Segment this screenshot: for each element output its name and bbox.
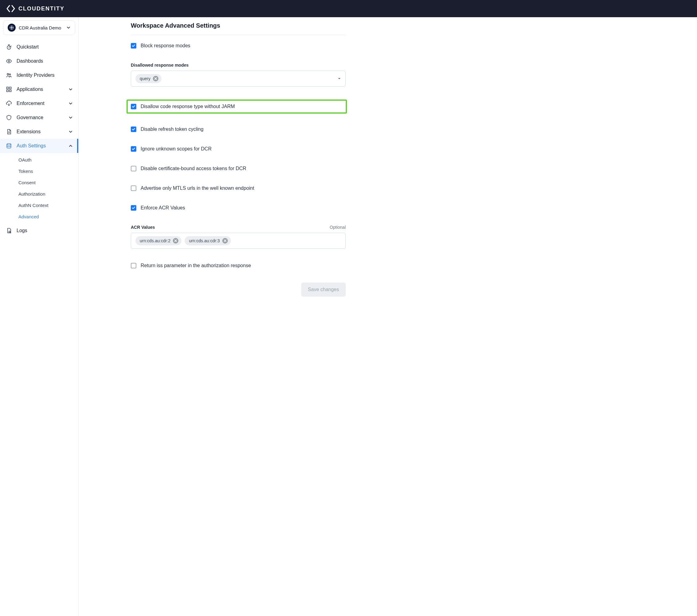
setting-ignore-unknown-scopes-dcr: Ignore unknown scopes for DCR (131, 146, 346, 152)
sidebar-subnav-auth: OAuth Tokens Consent Authorization AuthN… (0, 153, 78, 223)
chip: urn:cds.au:cdr:3 (184, 236, 231, 245)
sidebar-item-label: Enforcement (17, 101, 64, 106)
chip: query (135, 74, 162, 83)
chevron-down-icon (69, 87, 73, 91)
setting-label: Enforce ACR Values (140, 205, 185, 211)
setting-label: Block response modes (140, 43, 190, 48)
sidebar-item-label: Identity Providers (17, 72, 73, 78)
save-button[interactable]: Save changes (301, 282, 346, 297)
sidebar: CDR Australia Demo Quickstart Dashboards… (0, 17, 79, 616)
sidebar-item-quickstart[interactable]: Quickstart (0, 40, 78, 54)
chevron-up-icon (69, 144, 73, 148)
svg-rect-8 (7, 90, 9, 92)
main-content: Workspace Advanced Settings Block respon… (79, 17, 697, 616)
workspace-name: CDR Australia Demo (19, 25, 63, 30)
cloud-download-icon (5, 100, 12, 107)
svg-rect-9 (10, 90, 11, 92)
optional-label: Optional (330, 225, 346, 230)
dropdown-caret-icon[interactable] (338, 77, 341, 80)
document-icon (5, 128, 12, 135)
setting-label: Disable refresh token cycling (140, 127, 204, 132)
sidebar-subitem-authn-context[interactable]: AuthN Context (0, 200, 78, 211)
setting-disallow-code-without-jarm: Disallow code response type without JARM (127, 100, 347, 114)
setting-enforce-acr: Enforce ACR Values (131, 205, 346, 211)
sidebar-item-extensions[interactable]: Extensions (0, 125, 78, 139)
sidebar-nav: Quickstart Dashboards Identity Providers… (0, 38, 78, 239)
checkbox-return-iss[interactable] (131, 263, 136, 268)
setting-label: Ignore unknown scopes for DCR (140, 146, 211, 152)
setting-block-response-modes: Block response modes (131, 43, 346, 48)
chip-remove-icon[interactable] (153, 76, 159, 82)
checkbox-advertise-mtls-only[interactable] (131, 186, 136, 191)
checkbox-disable-refresh-cycling[interactable] (131, 127, 136, 132)
sidebar-item-applications[interactable]: Applications (0, 82, 78, 97)
chevron-down-icon (69, 116, 73, 120)
sidebar-item-label: Extensions (17, 129, 64, 134)
brand-name: CLOUDENTITY (18, 5, 64, 12)
sidebar-item-logs[interactable]: Logs (0, 223, 78, 238)
sidebar-subitem-advanced[interactable]: Advanced (0, 211, 78, 222)
sidebar-item-label: Auth Settings (17, 143, 64, 149)
search-doc-icon (5, 227, 12, 234)
eye-icon (5, 58, 12, 64)
chevron-down-icon (69, 101, 73, 106)
setting-label: Disable certificate-bound access tokens … (140, 166, 246, 171)
sidebar-item-label: Quickstart (17, 44, 73, 50)
grid-icon (5, 86, 12, 93)
sidebar-item-auth-settings[interactable]: Auth Settings (0, 139, 78, 153)
svg-point-11 (9, 231, 11, 233)
chip: urn:cds.au:cdr:2 (135, 236, 181, 245)
sidebar-subitem-authorization[interactable]: Authorization (0, 188, 78, 200)
chip-label: urn:cds.au:cdr:3 (189, 238, 220, 243)
field-row-disallowed-modes: Disallowed response modes (131, 63, 346, 68)
top-bar: CLOUDENTITY (0, 0, 697, 17)
sidebar-item-enforcement[interactable]: Enforcement (0, 97, 78, 111)
svg-point-4 (7, 73, 9, 75)
checkbox-enforce-acr[interactable] (131, 205, 136, 211)
chip-remove-icon[interactable] (222, 238, 228, 244)
field-label: ACR Values (131, 225, 155, 230)
field-row-acr-values: ACR Values Optional (131, 225, 346, 230)
setting-advertise-mtls-only: Advertise only MTLS urls in the well kno… (131, 186, 346, 191)
svg-point-5 (9, 74, 11, 75)
setting-label: Advertise only MTLS urls in the well kno… (140, 186, 254, 191)
sidebar-item-label: Governance (17, 115, 64, 120)
sidebar-item-dashboards[interactable]: Dashboards (0, 54, 78, 68)
svg-point-10 (7, 144, 11, 145)
brand-logo: CLOUDENTITY (6, 5, 64, 12)
setting-label: Disallow code response type without JARM (140, 104, 235, 109)
sidebar-subitem-tokens[interactable]: Tokens (0, 165, 78, 177)
field-label: Disallowed response modes (131, 63, 189, 68)
divider (131, 35, 346, 35)
brand-mark-icon (6, 5, 15, 12)
sidebar-item-label: Dashboards (17, 58, 73, 64)
checkbox-ignore-unknown-scopes-dcr[interactable] (131, 146, 136, 152)
svg-point-3 (8, 60, 10, 62)
stopwatch-icon (5, 44, 12, 50)
sidebar-subitem-oauth[interactable]: OAuth (0, 154, 78, 165)
svg-rect-7 (10, 87, 11, 89)
setting-disable-refresh-cycling: Disable refresh token cycling (131, 127, 346, 132)
workspace-switcher[interactable]: CDR Australia Demo (3, 20, 75, 35)
sidebar-item-label: Applications (17, 87, 64, 92)
chevron-down-icon (69, 130, 73, 134)
svg-rect-6 (7, 87, 9, 89)
database-icon (5, 143, 12, 149)
checkbox-disable-cert-bound-dcr[interactable] (131, 166, 136, 171)
workspace-badge-icon (8, 24, 16, 32)
multiselect-disallowed-response-modes[interactable]: query (131, 71, 346, 87)
multiselect-acr-values[interactable]: urn:cds.au:cdr:2 urn:cds.au:cdr:3 (131, 233, 346, 249)
chevron-down-icon (66, 26, 71, 30)
checkbox-disallow-code-without-jarm[interactable] (131, 104, 136, 109)
sidebar-subitem-consent[interactable]: Consent (0, 177, 78, 188)
chip-remove-icon[interactable] (173, 238, 178, 244)
sidebar-item-label: Logs (17, 228, 73, 233)
sidebar-item-identity-providers[interactable]: Identity Providers (0, 68, 78, 82)
chip-label: urn:cds.au:cdr:2 (140, 238, 170, 243)
checkbox-block-response-modes[interactable] (131, 43, 136, 48)
setting-label: Return iss parameter in the authorizatio… (140, 263, 251, 268)
sidebar-item-governance[interactable]: Governance (0, 111, 78, 125)
shield-icon (5, 114, 12, 121)
setting-return-iss: Return iss parameter in the authorizatio… (131, 263, 346, 268)
setting-disable-cert-bound-dcr: Disable certificate-bound access tokens … (131, 166, 346, 171)
